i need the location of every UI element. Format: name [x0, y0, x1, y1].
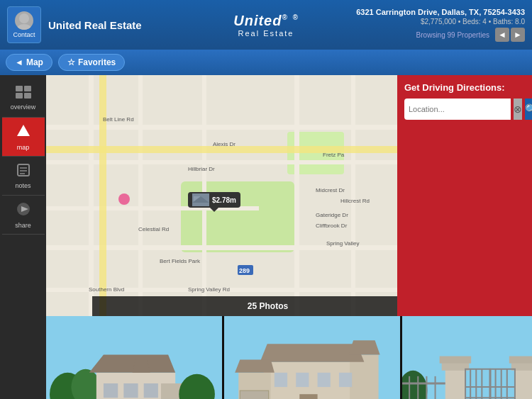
svg-text:Hillcrest Rd: Hillcrest Rd: [340, 198, 370, 204]
location-search-button[interactable]: 🔍: [525, 99, 532, 120]
svg-text:Alexis Dr: Alexis Dr: [213, 141, 235, 147]
directions-panel: Get Driving Directions: ⊗ 🔍: [397, 75, 532, 316]
pin-thumbnail: [192, 193, 209, 206]
svg-marker-54: [89, 355, 175, 373]
svg-rect-57: [123, 383, 138, 398]
main-area: overview map notes: [0, 75, 532, 399]
svg-text:289: 289: [239, 267, 250, 274]
contact-button[interactable]: Contact: [7, 6, 41, 43]
location-input-row: ⊗ 🔍: [404, 99, 525, 120]
share-icon: [16, 201, 31, 220]
left-sidebar: overview map notes: [0, 75, 46, 399]
svg-rect-16: [46, 125, 397, 130]
map-back-icon: ◄: [15, 57, 23, 67]
pin-price: $2.78m: [212, 196, 236, 204]
svg-point-40: [118, 193, 130, 205]
prev-arrow-icon: ◄: [498, 30, 506, 40]
svg-text:Gateridge Dr: Gateridge Dr: [316, 212, 348, 218]
logo-united: United®: [233, 13, 299, 29]
next-arrow-icon: ►: [514, 30, 522, 40]
svg-rect-87: [440, 356, 472, 364]
favorites-button[interactable]: ☆ Favorites: [58, 54, 125, 71]
svg-text:Spring Valley: Spring Valley: [326, 240, 360, 247]
svg-rect-4: [16, 93, 23, 99]
share-label: share: [15, 222, 31, 229]
svg-point-1: [16, 24, 32, 30]
map-pin[interactable]: $2.78m: [188, 192, 240, 208]
svg-rect-3: [24, 86, 31, 91]
location-clear-button[interactable]: ⊗: [514, 99, 522, 120]
svg-text:Spring Valley Rd: Spring Valley Rd: [188, 286, 230, 293]
app-header: Contact United Real Estate United® Real …: [0, 0, 532, 50]
svg-text:Bert Fields Park: Bert Fields Park: [160, 258, 201, 264]
svg-rect-25: [351, 75, 355, 316]
svg-rect-2: [16, 86, 23, 91]
header-right: 6321 Carrington Drive, Dallas, TX, 75254…: [356, 8, 525, 42]
photo-strip: [46, 316, 532, 399]
directions-title: Get Driving Directions:: [404, 82, 525, 93]
search-icon: 🔍: [525, 103, 532, 115]
svg-rect-27: [99, 75, 106, 316]
photo-thumb-1[interactable]: [46, 316, 222, 399]
svg-text:Celestial Rd: Celestial Rd: [138, 226, 169, 232]
favorites-label: Favorites: [78, 57, 116, 67]
sidebar-item-notes[interactable]: notes: [2, 157, 45, 196]
prev-property-button[interactable]: ◄: [495, 28, 509, 42]
svg-rect-88: [515, 366, 532, 399]
location-input[interactable]: [404, 99, 511, 120]
svg-rect-22: [138, 75, 143, 316]
favorites-star-icon: ☆: [67, 57, 75, 67]
map-button[interactable]: ◄ Map: [6, 54, 52, 71]
property-address: 6321 Carrington Drive, Dallas, TX, 75254…: [356, 8, 525, 16]
svg-rect-76: [275, 373, 287, 387]
company-name: United Real Estate: [48, 19, 356, 31]
photo-thumb-2[interactable]: [224, 316, 400, 399]
map-nav-label: map: [17, 144, 30, 151]
svg-marker-6: [17, 125, 30, 136]
overview-icon: [16, 86, 31, 102]
svg-rect-56: [104, 383, 118, 398]
svg-rect-81: [240, 390, 268, 399]
svg-marker-75: [348, 340, 380, 354]
map-view[interactable]: Belt Line Rd Hillbriar Dr Fretz Pa Celes…: [46, 75, 397, 316]
svg-rect-24: [294, 75, 299, 316]
clear-icon: ⊗: [514, 103, 522, 115]
browsing-row: Browsing 99 Properties ◄ ►: [416, 28, 525, 42]
notes-label: notes: [15, 182, 31, 189]
svg-rect-17: [46, 160, 397, 164]
svg-point-0: [19, 13, 29, 23]
logo-re: Real Estate: [238, 29, 294, 38]
map-nav-icon: [16, 123, 31, 142]
next-property-button[interactable]: ►: [511, 28, 525, 42]
svg-rect-85: [445, 366, 465, 399]
contact-label: Contact: [13, 31, 35, 38]
svg-text:Belt Line Rd: Belt Line Rd: [103, 116, 134, 123]
svg-text:Southern Blvd: Southern Blvd: [89, 286, 124, 293]
logo: United® Real Estate: [233, 13, 299, 38]
sidebar-item-share[interactable]: share: [2, 196, 45, 235]
contact-avatar: [15, 11, 33, 30]
pin-bubble: $2.78m: [188, 192, 240, 208]
map-label: Map: [26, 57, 43, 67]
notes-icon: [16, 163, 31, 181]
svg-text:Midcrest Dr: Midcrest Dr: [316, 187, 345, 193]
overview-label: overview: [11, 103, 36, 111]
svg-marker-74: [235, 360, 275, 373]
photo-count-bar[interactable]: 25 Photos: [92, 296, 397, 316]
svg-rect-21: [89, 75, 94, 316]
photo-thumb-3[interactable]: [402, 316, 532, 399]
svg-text:Cliffbrook Dr: Cliffbrook Dr: [316, 223, 348, 229]
sidebar-item-overview[interactable]: overview: [2, 79, 45, 118]
svg-text:Hillbriar Dr: Hillbriar Dr: [188, 166, 215, 172]
svg-rect-79: [339, 373, 352, 387]
property-details: $2,775,000 • Beds: 4 • Baths: 8.0: [421, 18, 525, 26]
browsing-text: Browsing 99 Properties: [416, 31, 489, 39]
photo-count-label: 25 Photos: [248, 301, 288, 311]
svg-rect-78: [318, 373, 331, 387]
svg-marker-73: [260, 344, 365, 361]
svg-text:Fretz Pa: Fretz Pa: [323, 152, 345, 158]
toolbar: ◄ Map ☆ Favorites: [0, 50, 532, 75]
sidebar-item-map[interactable]: map: [2, 118, 45, 157]
svg-rect-90: [509, 356, 532, 364]
svg-rect-80: [299, 394, 317, 399]
